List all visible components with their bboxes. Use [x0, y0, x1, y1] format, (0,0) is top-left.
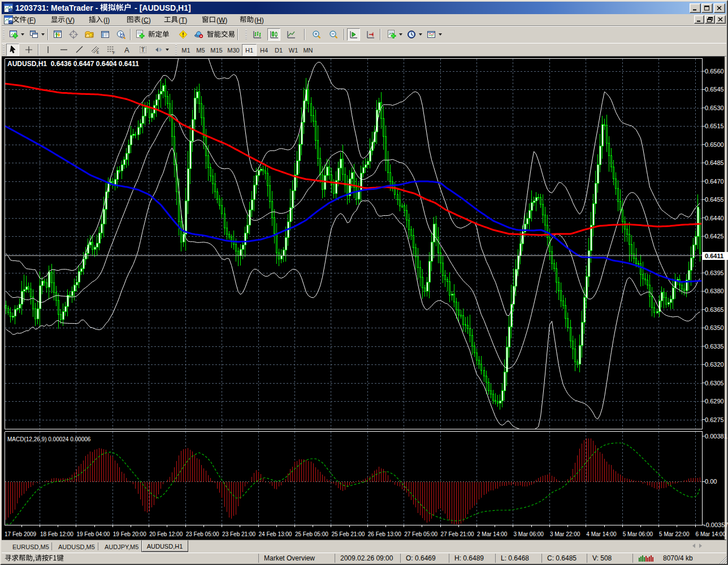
- svg-text:0.6530: 0.6530: [705, 105, 724, 111]
- svg-text:18 Feb 12:00: 18 Feb 12:00: [40, 531, 73, 537]
- svg-text:25 Feb 21:00: 25 Feb 21:00: [331, 531, 365, 537]
- svg-text:0.6380: 0.6380: [705, 288, 724, 294]
- svg-text:0.6395: 0.6395: [705, 270, 724, 276]
- svg-text:0.6455: 0.6455: [705, 196, 724, 203]
- svg-text:0.6500: 0.6500: [705, 141, 724, 148]
- svg-text:0.6365: 0.6365: [705, 306, 724, 313]
- svg-text:3 Mar 22:00: 3 Mar 22:00: [550, 531, 580, 537]
- svg-text:0.00: 0.00: [705, 478, 717, 485]
- svg-text:0.6290: 0.6290: [705, 398, 724, 405]
- svg-text:23 Feb 05:00: 23 Feb 05:00: [186, 531, 219, 537]
- svg-text:26 Feb 13:00: 26 Feb 13:00: [368, 531, 401, 537]
- svg-text:0.6425: 0.6425: [705, 233, 724, 240]
- svg-text:19 Feb 04:00: 19 Feb 04:00: [76, 531, 110, 537]
- svg-text:5 Mar 06:00: 5 Mar 06:00: [623, 531, 653, 537]
- svg-text:19 Feb 20:00: 19 Feb 20:00: [113, 531, 146, 537]
- svg-text:0.6305: 0.6305: [705, 380, 724, 386]
- svg-text:20 Feb 12:00: 20 Feb 12:00: [149, 531, 183, 537]
- svg-text:2 Mar 14:00: 2 Mar 14:00: [477, 531, 508, 537]
- svg-text:0.6335: 0.6335: [705, 343, 724, 350]
- svg-text:0.6545: 0.6545: [705, 86, 724, 93]
- svg-text:0.00381: 0.00381: [705, 433, 727, 440]
- svg-text:25 Feb 05:00: 25 Feb 05:00: [295, 531, 328, 537]
- svg-text:0.6275: 0.6275: [705, 416, 724, 423]
- svg-text:MACD(12,26,9) 0.00024 0.00006: MACD(12,26,9) 0.00024 0.00006: [7, 436, 91, 442]
- svg-text:0.6350: 0.6350: [705, 324, 724, 331]
- svg-text:27 Feb 05:00: 27 Feb 05:00: [404, 531, 437, 537]
- svg-text:24 Feb 13:00: 24 Feb 13:00: [259, 531, 292, 537]
- svg-text:5 Mar 22:00: 5 Mar 22:00: [659, 531, 690, 537]
- svg-text:AUDUSD,H1 0.6436 0.6447 0.640: AUDUSD,H1 0.6436 0.6447 0.6404 0.6411: [7, 60, 139, 68]
- svg-text:0.6320: 0.6320: [705, 361, 724, 368]
- svg-text:4 Mar 14:00: 4 Mar 14:00: [586, 531, 617, 537]
- svg-text:23 Feb 21:00: 23 Feb 21:00: [222, 531, 255, 537]
- svg-text:0.6440: 0.6440: [705, 215, 724, 221]
- svg-text:0.6485: 0.6485: [705, 159, 724, 166]
- svg-text:0.6411: 0.6411: [705, 253, 723, 259]
- svg-text:6 Mar 14:00: 6 Mar 14:00: [696, 531, 726, 537]
- svg-text:17 Feb 2009: 17 Feb 2009: [5, 531, 37, 537]
- svg-text:0.6560: 0.6560: [705, 68, 724, 75]
- svg-text:3 Mar 06:00: 3 Mar 06:00: [514, 531, 544, 537]
- svg-text:-0.00357: -0.00357: [704, 521, 728, 528]
- svg-text:0.6515: 0.6515: [705, 123, 724, 129]
- svg-text:27 Feb 21:00: 27 Feb 21:00: [441, 531, 474, 537]
- svg-text:0.6470: 0.6470: [705, 178, 724, 185]
